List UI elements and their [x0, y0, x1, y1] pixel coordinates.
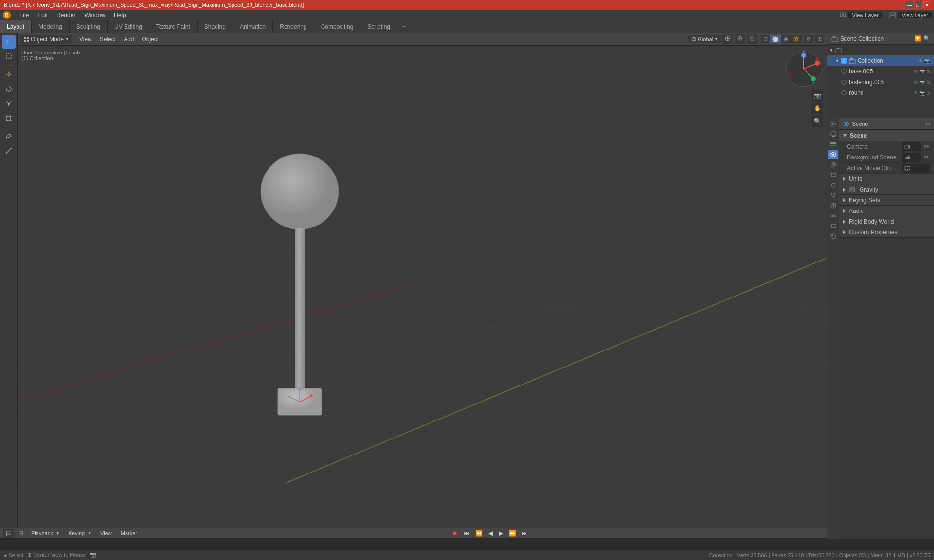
- world-properties-tab[interactable]: [828, 160, 838, 170]
- annotate-tool[interactable]: [2, 129, 16, 143]
- camera-value-field[interactable]: [902, 142, 921, 151]
- timeline-playback-menu[interactable]: Playback ▼: [28, 529, 63, 537]
- snap-toggle[interactable]: [735, 34, 745, 44]
- camera-edit-button[interactable]: ✏: [923, 143, 930, 150]
- render-properties-tab[interactable]: [828, 119, 838, 129]
- measure-tool[interactable]: [2, 144, 16, 158]
- collection-visibility-check[interactable]: ✓: [841, 58, 847, 64]
- scene-section-header[interactable]: Scene: [839, 130, 934, 141]
- record-button[interactable]: ⏺: [450, 529, 460, 538]
- rigid-body-world-section[interactable]: Rigid Body World: [839, 216, 934, 227]
- timeline-snap-button[interactable]: ⊟: [17, 529, 25, 538]
- viewport-3d[interactable]: .grid-line { stroke: #4a4a4a; stroke-wid…: [18, 46, 827, 539]
- transform-orientation[interactable]: Global ▼: [688, 35, 721, 43]
- viewport-add-menu[interactable]: Add: [121, 35, 137, 44]
- background-scene-edit[interactable]: ✏: [923, 154, 930, 161]
- tab-modeling[interactable]: Modeling: [32, 20, 70, 33]
- cursor-tool[interactable]: [2, 35, 16, 49]
- outliner-search-button[interactable]: 🔍: [923, 35, 930, 42]
- minimize-button[interactable]: —: [906, 1, 913, 8]
- props-settings-button[interactable]: ⚙: [926, 122, 930, 127]
- particles-tab[interactable]: [828, 191, 838, 200]
- camera-view-button[interactable]: 📷: [811, 90, 823, 102]
- output-properties-tab[interactable]: [828, 129, 838, 139]
- move-tool[interactable]: [2, 68, 16, 81]
- transform-tool[interactable]: [2, 111, 16, 125]
- gravity-section[interactable]: Gravity: [839, 184, 934, 195]
- tab-texture-paint[interactable]: Texture Paint: [149, 20, 198, 33]
- background-scene-field[interactable]: [902, 153, 921, 162]
- tab-scripting[interactable]: Scripting: [360, 20, 397, 33]
- tab-rendering[interactable]: Rendering: [273, 20, 314, 33]
- add-workspace-button[interactable]: +: [397, 20, 411, 33]
- tab-sculpting[interactable]: Sculpting: [70, 20, 108, 33]
- scene-properties-tab[interactable]: [828, 150, 838, 159]
- menu-help[interactable]: Help: [110, 11, 130, 19]
- viewport-view-menu[interactable]: View: [76, 35, 95, 44]
- play-reverse-button[interactable]: ◀: [486, 529, 495, 538]
- outliner-base-005[interactable]: base.005 👁 📷 ⊙: [827, 66, 934, 77]
- viewport-select-menu[interactable]: Select: [97, 35, 119, 44]
- outliner-collection[interactable]: ▼ ✓ Collection 👁 📷: [827, 55, 934, 66]
- outliner-round[interactable]: round 👁 📷 ⊙: [827, 88, 934, 98]
- custom-properties-section[interactable]: Custom Properties: [839, 227, 934, 238]
- gravity-checkbox[interactable]: [849, 187, 855, 192]
- timeline-view-menu[interactable]: View: [97, 529, 115, 537]
- pivot-point[interactable]: [722, 34, 733, 44]
- solid-mode[interactable]: ⬤: [770, 35, 781, 43]
- tab-animation[interactable]: Animation: [233, 20, 273, 33]
- menu-file[interactable]: File: [16, 11, 33, 19]
- menu-window[interactable]: Window: [80, 11, 109, 19]
- material-tab[interactable]: [828, 231, 838, 241]
- maximize-button[interactable]: □: [915, 1, 921, 8]
- menu-edit[interactable]: Edit: [34, 11, 52, 19]
- timeline-keying-menu[interactable]: Keying ▼: [66, 529, 95, 537]
- next-frame-button[interactable]: ⏩: [507, 529, 518, 538]
- object-properties-tab[interactable]: [828, 170, 838, 180]
- zoom-button[interactable]: 🔍: [811, 115, 823, 127]
- timeline-marker-menu[interactable]: Marker: [118, 529, 140, 537]
- timeline-type-button[interactable]: [3, 529, 14, 538]
- viewport-overlay-toggle[interactable]: ⚙: [804, 35, 813, 43]
- center-view-btn[interactable]: ⊕ Center View to Mouse: [27, 552, 86, 558]
- navigation-gizmo[interactable]: X Y Z: [784, 50, 823, 88]
- tab-layout[interactable]: Layout: [0, 20, 32, 33]
- proportional-edit[interactable]: [747, 34, 757, 44]
- tab-shading[interactable]: Shading: [198, 20, 233, 33]
- gizmo-toggle[interactable]: ⊞: [815, 35, 824, 43]
- modifier-properties-tab[interactable]: [828, 180, 838, 190]
- jump-to-start-button[interactable]: ⏮: [462, 529, 471, 538]
- tab-compositing[interactable]: Compositing: [314, 20, 361, 33]
- material-preview-mode[interactable]: ◉: [781, 35, 790, 43]
- tab-uv-editing[interactable]: UV Editing: [108, 20, 149, 33]
- hand-tool-button[interactable]: ✋: [811, 103, 823, 114]
- select-status-btn[interactable]: ● Select: [4, 552, 23, 558]
- scale-tool[interactable]: [2, 97, 16, 110]
- outliner-filter-button[interactable]: 🔽: [915, 35, 921, 42]
- units-section[interactable]: Units: [839, 174, 934, 184]
- rendered-mode[interactable]: 🔆: [790, 35, 802, 43]
- movie-clip-field[interactable]: [902, 164, 930, 173]
- data-tab[interactable]: [828, 221, 838, 231]
- view-layer-tab[interactable]: [828, 140, 838, 149]
- menu-render[interactable]: Render: [53, 11, 79, 19]
- rotate-tool[interactable]: [2, 82, 16, 96]
- scene-name[interactable]: View Layer: [848, 12, 882, 18]
- constraints-tab[interactable]: [828, 211, 838, 221]
- status-camera-btn[interactable]: 📷: [90, 552, 96, 558]
- view-layer-name[interactable]: View Layer: [898, 12, 932, 18]
- audio-section[interactable]: Audio: [839, 206, 934, 216]
- svg-point-80: [788, 73, 792, 77]
- keying-sets-section[interactable]: Keying Sets: [839, 195, 934, 206]
- viewport-object-menu[interactable]: Object: [139, 35, 162, 44]
- wireframe-mode[interactable]: ⊡: [761, 35, 770, 43]
- physics-tab[interactable]: [828, 201, 838, 210]
- outliner-scene-collection[interactable]: ▼: [827, 45, 934, 55]
- select-tool[interactable]: [2, 50, 16, 63]
- object-mode-selector[interactable]: Object Mode ▼: [20, 35, 72, 44]
- jump-to-end-button[interactable]: ⏭: [520, 529, 530, 538]
- outliner-fastening-005[interactable]: fastening.005 👁 📷 ⊙: [827, 77, 934, 88]
- play-button[interactable]: ▶: [497, 529, 505, 538]
- prev-frame-button[interactable]: ⏪: [473, 529, 485, 538]
- close-button[interactable]: ✕: [923, 1, 930, 8]
